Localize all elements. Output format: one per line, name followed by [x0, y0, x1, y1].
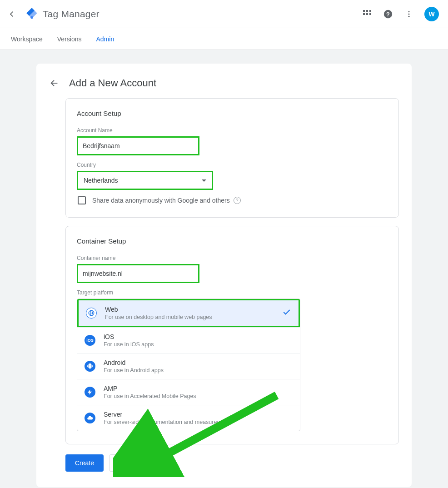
share-data-checkbox[interactable] — [78, 196, 86, 204]
country-select[interactable]: Netherlands — [78, 172, 212, 189]
help-icon[interactable]: ? — [383, 9, 393, 20]
container-name-input[interactable] — [78, 265, 198, 282]
platform-desc: For use in Accelerated Mobile Pages — [104, 393, 196, 399]
platform-desc: For use on desktop and mobile web pages — [105, 314, 212, 320]
check-icon — [282, 308, 291, 319]
platform-title: Android — [104, 359, 164, 366]
target-platform-label: Target platform — [77, 289, 388, 296]
svg-point-0 — [30, 16, 33, 19]
tab-workspace[interactable]: Workspace — [11, 35, 43, 43]
svg-rect-4 — [363, 13, 365, 15]
tab-admin[interactable]: Admin — [96, 35, 114, 43]
container-name-label: Container name — [77, 255, 388, 261]
platform-title: iOS — [104, 333, 154, 340]
platform-option-server[interactable]: Server For server-side instrumentation a… — [77, 405, 300, 431]
platform-desc: For use in Android apps — [104, 367, 164, 373]
apps-icon[interactable] — [362, 9, 373, 20]
svg-point-11 — [408, 15, 410, 17]
platform-desc: For use in iOS apps — [104, 341, 154, 348]
ios-icon: iOS — [85, 335, 95, 346]
account-name-label: Account Name — [77, 127, 388, 134]
account-avatar[interactable]: W — [424, 7, 439, 21]
platform-title: Web — [105, 306, 212, 313]
svg-rect-5 — [366, 13, 368, 15]
create-button[interactable]: Create — [65, 454, 104, 472]
platform-title: Server — [104, 411, 229, 418]
svg-rect-6 — [369, 13, 371, 15]
page-back-button[interactable] — [49, 78, 60, 89]
dropdown-icon — [202, 179, 206, 182]
header-back-button[interactable] — [5, 0, 18, 28]
platform-title: AMP — [104, 385, 196, 392]
svg-text:?: ? — [386, 10, 390, 17]
arrow-left-icon — [50, 78, 60, 88]
svg-point-9 — [408, 11, 410, 12]
page-title: Add a New Account — [69, 77, 156, 89]
share-data-help-icon[interactable]: ? — [234, 197, 241, 204]
container-setup-title: Container Setup — [77, 237, 388, 245]
amp-icon — [85, 387, 95, 398]
country-value: Netherlands — [84, 177, 118, 184]
container-setup-panel: Container Setup Container name Target pl… — [65, 226, 399, 444]
cloud-icon — [85, 413, 95, 423]
more-vert-icon[interactable] — [403, 9, 414, 20]
platform-option-amp[interactable]: AMP For use in Accelerated Mobile Pages — [77, 379, 300, 405]
account-name-input[interactable] — [78, 138, 198, 154]
platform-desc: For server-side instrumentation and meas… — [104, 419, 229, 425]
platform-option-web[interactable]: Web For use on desktop and mobile web pa… — [79, 300, 299, 326]
svg-rect-3 — [369, 10, 371, 12]
svg-rect-1 — [363, 10, 365, 12]
platform-option-ios[interactable]: iOS iOS For use in iOS apps — [77, 327, 300, 353]
arrow-left-icon — [8, 10, 16, 18]
account-setup-title: Account Setup — [77, 110, 388, 117]
account-setup-panel: Account Setup Account Name Country Nethe… — [65, 98, 399, 218]
svg-rect-2 — [366, 10, 368, 12]
svg-point-10 — [408, 13, 410, 15]
globe-icon — [86, 308, 97, 319]
app-title: Tag Manager — [43, 9, 100, 20]
cancel-button[interactable]: Cancel — [109, 454, 148, 472]
country-label: Country — [77, 162, 388, 168]
platform-option-android[interactable]: Android For use in Android apps — [77, 353, 300, 379]
tab-versions[interactable]: Versions — [57, 35, 82, 43]
share-data-label: Share data anonymously with Google and o… — [92, 197, 241, 204]
platform-list: Web For use on desktop and mobile web pa… — [77, 299, 300, 431]
tag-manager-logo-icon — [25, 7, 38, 21]
android-icon — [85, 361, 95, 372]
